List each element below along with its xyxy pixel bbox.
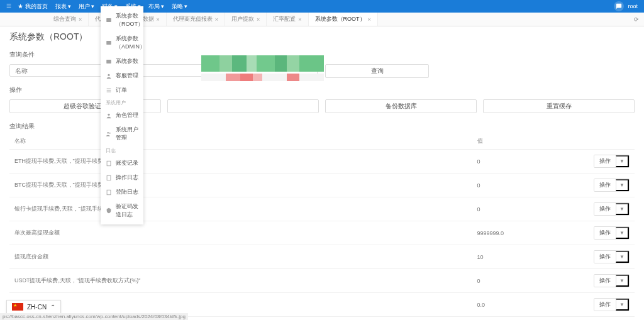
svg-rect-0 xyxy=(106,18,111,22)
op-reset-cache[interactable]: 重置缓存 xyxy=(483,99,635,113)
action-caret[interactable]: ▼ xyxy=(616,179,629,191)
action-caret[interactable]: ▼ xyxy=(616,155,629,167)
page-title: 系统参数（ROOT） xyxy=(0,26,644,48)
action-button[interactable]: 操作 xyxy=(594,275,616,287)
dd-op-log[interactable]: 操作日志 xyxy=(101,170,143,185)
cell-name: 银行卡提现手续费,天联，"提现手续费收取方式(%)" xyxy=(9,197,472,221)
action-caret[interactable]: ▼ xyxy=(616,275,629,287)
close-icon[interactable]: × xyxy=(368,16,371,23)
cell-value: 0 xyxy=(472,174,585,197)
dd-login-log[interactable]: 登陆日志 xyxy=(101,185,143,199)
dd-system-params[interactable]: 系统参数 xyxy=(101,54,143,69)
svg-rect-1 xyxy=(106,41,111,45)
tab-query[interactable]: 综合查询× xyxy=(47,13,89,26)
dd-sysuser-manage[interactable]: 系统用户管理 xyxy=(101,123,143,145)
dd-role-manage[interactable]: 角色管理 xyxy=(101,108,143,123)
nav-strategy[interactable]: 策略 ▾ xyxy=(172,3,187,11)
svg-point-9 xyxy=(109,133,111,134)
system-dropdown: 系统参数（ROOT） 系统参数（ADMIN） 系统参数 客服管理 订单 系统用户… xyxy=(101,6,143,224)
svg-rect-10 xyxy=(107,161,111,166)
username-label[interactable]: root xyxy=(628,3,638,9)
cell-name: USDT提现手续费,天联，"提现手续费收取方式(%)" xyxy=(9,269,472,293)
query-button[interactable]: 查询 xyxy=(325,64,429,78)
cell-value: 0 xyxy=(472,197,585,221)
cell-name: ETH提现手续费,天联，"提现手续费收取方式(%)" xyxy=(9,150,472,174)
tab-sysparams-root[interactable]: 系统参数（ROOT）× xyxy=(309,13,378,26)
action-button[interactable]: 操作 xyxy=(594,155,616,167)
svg-rect-6 xyxy=(107,91,111,92)
dd-system-params-admin[interactable]: 系统参数（ADMIN） xyxy=(101,31,143,54)
cell-value: 100 xyxy=(472,317,585,321)
svg-rect-11 xyxy=(107,175,111,180)
action-button[interactable]: 操作 xyxy=(594,299,616,311)
svg-rect-5 xyxy=(107,90,111,91)
dd-customer-service[interactable]: 客服管理 xyxy=(101,69,143,83)
svg-point-3 xyxy=(108,74,109,75)
svg-rect-4 xyxy=(107,88,111,89)
refresh-icon[interactable]: ⟳ xyxy=(629,13,644,26)
close-icon[interactable]: × xyxy=(215,16,218,23)
action-button[interactable]: 操作 xyxy=(594,179,616,191)
table-row: USDT提现手续费,天联，"提现手续费收取方式(%)"0操作▼ xyxy=(9,269,635,293)
menu-toggle-icon[interactable]: ☰ xyxy=(6,3,11,9)
cell-value: 0.0 xyxy=(472,293,585,317)
dd-orders[interactable]: 订单 xyxy=(101,83,143,97)
table-row: 提现底价金额10操作▼ xyxy=(9,245,635,269)
th-value: 值 xyxy=(472,133,585,150)
chat-icon[interactable] xyxy=(614,1,624,11)
cell-value: 0 xyxy=(472,269,585,293)
svg-point-8 xyxy=(108,132,109,134)
dd-captcha-log[interactable]: 验证码发送日志 xyxy=(101,199,143,222)
tab-withdraw[interactable]: 用户提款× xyxy=(225,13,267,26)
chevron-up-icon: ⌃ xyxy=(50,304,55,311)
nav-home[interactable]: ★ 我的首页 xyxy=(18,3,48,11)
cell-name: BTC提现手续费,天联，"提现手续费收取方式(%)" xyxy=(9,174,472,197)
mosaic-overlay xyxy=(201,55,324,84)
cell-value: 0 xyxy=(472,150,585,174)
close-icon[interactable]: × xyxy=(257,16,260,23)
tab-agent-recharge[interactable]: 代理商充值报表× xyxy=(167,13,225,26)
close-icon[interactable]: × xyxy=(157,16,160,23)
nav-user[interactable]: 用户 ▾ xyxy=(79,3,94,11)
tab-rate[interactable]: 汇率配置× xyxy=(267,13,308,26)
table-row: 单次最高提现金额9999999.0操作▼ xyxy=(9,221,635,245)
tab-bar: 综合查询× 代理商× 流量数据× 代理商充值报表× 用户提款× 汇率配置× 系统… xyxy=(0,13,644,26)
close-icon[interactable]: × xyxy=(79,16,82,23)
dd-system-params-root[interactable]: 系统参数（ROOT） xyxy=(101,9,143,31)
cell-value: 10 xyxy=(472,245,585,269)
nav-layout[interactable]: 布局 ▾ xyxy=(148,3,164,11)
op-hidden[interactable] xyxy=(167,99,319,113)
dd-account-log[interactable]: 账变记录 xyxy=(101,156,143,170)
op-backup-db[interactable]: 备份数据库 xyxy=(325,99,477,113)
cell-name: 单次最高提现金额 xyxy=(9,221,472,245)
action-button[interactable]: 操作 xyxy=(594,251,616,263)
lang-label: ZH-CN xyxy=(27,304,47,311)
svg-rect-2 xyxy=(106,60,111,63)
lang-switcher[interactable]: ZH-CN ⌃ xyxy=(6,300,61,314)
status-url: ps://bascc.oss-cn-shenzhen.aliyuncs.com/… xyxy=(0,313,188,320)
svg-rect-12 xyxy=(107,190,111,195)
dd-header-log: 日志 xyxy=(101,145,143,156)
cell-value: 9999999.0 xyxy=(472,221,585,245)
th-name: 名称 xyxy=(9,133,472,150)
svg-point-7 xyxy=(108,113,109,115)
action-button[interactable]: 操作 xyxy=(594,203,616,215)
action-caret[interactable]: ▼ xyxy=(616,203,629,215)
action-button[interactable]: 操作 xyxy=(594,227,616,239)
dd-header-sysuser: 系统用户 xyxy=(101,97,143,108)
action-caret[interactable]: ▼ xyxy=(616,299,629,311)
action-caret[interactable]: ▼ xyxy=(616,227,629,239)
action-caret[interactable]: ▼ xyxy=(616,251,629,263)
flag-cn-icon xyxy=(12,303,23,311)
th-action xyxy=(584,133,635,150)
close-icon[interactable]: × xyxy=(298,16,301,23)
cell-name: 提现底价金额 xyxy=(9,245,472,269)
nav-report[interactable]: 报表 ▾ xyxy=(55,3,71,11)
